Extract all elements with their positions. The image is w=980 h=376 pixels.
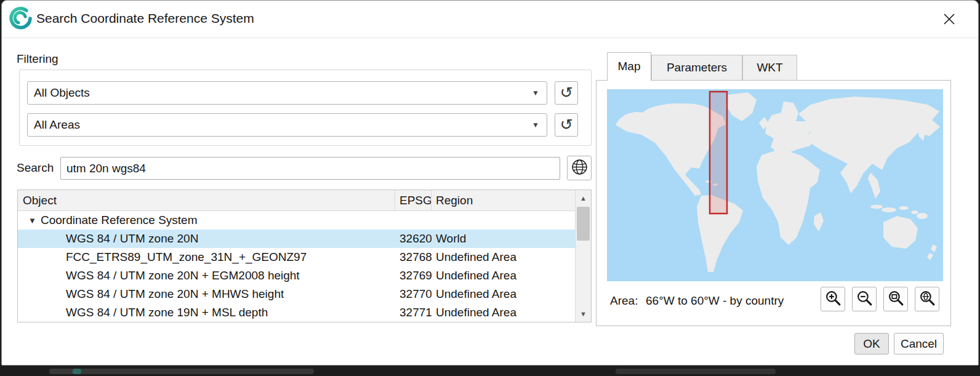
zoom-to-extent-button[interactable]: [883, 287, 908, 311]
dialog-title: Search Coordinate Reference System: [36, 11, 254, 26]
zoom-out-button[interactable]: [852, 287, 877, 311]
globe-search-button[interactable]: [567, 156, 592, 180]
column-header-region[interactable]: Region: [432, 190, 576, 210]
table-row[interactable]: WGS 84 / UTM zone 20N + MHWS height 3277…: [18, 285, 576, 303]
area-filter-value: All Areas: [34, 118, 532, 132]
globe-icon: [571, 158, 588, 178]
column-header-epsg[interactable]: EPSG: [395, 190, 432, 210]
search-crs-dialog: Search Coordinate Reference System Filte…: [1, 0, 979, 366]
filter-groupbox: All Objects ▼ ↺ All Areas ▼ ↺: [19, 70, 592, 146]
cell-epsg: 32771: [395, 303, 432, 322]
cell-region: Undefined Area: [432, 303, 576, 322]
cancel-button[interactable]: Cancel: [894, 333, 944, 354]
close-button[interactable]: [938, 10, 961, 30]
chevron-down-icon: ▼: [532, 121, 539, 129]
zoom-to-world-button[interactable]: [915, 287, 939, 311]
cell-region: Undefined Area: [432, 266, 576, 285]
background-app-blur: [616, 369, 776, 374]
zoom-world-icon: [919, 290, 936, 308]
column-header-object[interactable]: Object: [18, 190, 395, 210]
cell-region: Undefined Area: [432, 248, 576, 266]
crs-extent-highlight: [710, 92, 727, 214]
table-row[interactable]: FCC_ETRS89_UTM_zone_31N_+_GEONZ97 32768 …: [18, 248, 576, 266]
table-row[interactable]: WGS 84 / UTM zone 20N 32620 World: [18, 230, 576, 248]
crs-results-table: Object EPSG Region ▼ Coordinate Referenc…: [17, 190, 592, 322]
search-input[interactable]: [60, 157, 560, 180]
zoom-in-button[interactable]: [821, 287, 845, 311]
scroll-up-button[interactable]: ▲: [576, 190, 591, 206]
cell-epsg: 32768: [395, 248, 432, 266]
scrollbar-thumb[interactable]: [577, 207, 590, 241]
cell-region: World: [432, 230, 576, 248]
area-value: 66°W to 60°W - by country: [646, 294, 784, 308]
chevron-down-icon: ▼: [532, 89, 539, 97]
cell-object: FCC_ETRS89_UTM_zone_31N_+_GEONZ97: [18, 248, 395, 266]
area-label: Area:: [610, 294, 638, 308]
close-icon: [942, 12, 956, 28]
ok-button[interactable]: OK: [854, 333, 889, 354]
area-filter-dropdown[interactable]: All Areas ▼: [27, 113, 547, 137]
map-tab-pane: Area: 66°W to 60°W - by country: [596, 80, 951, 326]
tree-group-label: Coordinate Reference System: [41, 214, 198, 227]
table-row[interactable]: WGS 84 / UTM zone 19N + MSL depth 32771 …: [18, 303, 576, 322]
cell-epsg: 32770: [395, 285, 432, 303]
vertical-scrollbar[interactable]: ▲ ▼: [575, 190, 591, 322]
object-filter-dropdown[interactable]: All Objects ▼: [27, 81, 547, 105]
object-filter-value: All Objects: [34, 86, 532, 100]
cell-object: WGS 84 / UTM zone 20N + MHWS height: [18, 285, 395, 303]
world-map[interactable]: [607, 89, 943, 281]
reset-area-filter-button[interactable]: ↺: [555, 113, 578, 137]
tab-wkt[interactable]: WKT: [742, 55, 797, 80]
cell-epsg: 32620: [395, 230, 432, 248]
zoom-in-icon: [825, 290, 841, 308]
tree-group-row[interactable]: ▼ Coordinate Reference System: [18, 211, 576, 230]
filtering-section-label: Filtering: [17, 52, 58, 66]
zoom-extent-icon: [888, 290, 904, 308]
tab-parameters[interactable]: Parameters: [651, 55, 742, 80]
table-header: Object EPSG Region: [18, 190, 576, 211]
search-label: Search: [17, 161, 54, 175]
scroll-down-button[interactable]: ▼: [576, 306, 591, 322]
tree-expander-icon[interactable]: ▼: [28, 216, 41, 225]
zoom-out-icon: [856, 290, 873, 308]
cell-object: WGS 84 / UTM zone 19N + MSL depth: [18, 303, 395, 322]
cell-epsg: 32769: [395, 266, 432, 285]
cell-object: WGS 84 / UTM zone 20N: [18, 230, 395, 248]
cell-object: WGS 84 / UTM zone 20N + EGM2008 height: [18, 266, 395, 285]
background-app-blur: [49, 369, 314, 374]
cell-region: Undefined Area: [432, 285, 576, 303]
app-logo-icon: [8, 6, 33, 31]
background-app-blur: [73, 369, 81, 374]
table-row[interactable]: WGS 84 / UTM zone 20N + EGM2008 height 3…: [18, 266, 576, 285]
reset-object-filter-button[interactable]: ↺: [555, 81, 578, 105]
dialog-titlebar[interactable]: Search Coordinate Reference System: [2, 1, 978, 38]
tab-map[interactable]: Map: [607, 52, 651, 81]
crs-detail-panel: Map Parameters WKT: [596, 52, 952, 327]
